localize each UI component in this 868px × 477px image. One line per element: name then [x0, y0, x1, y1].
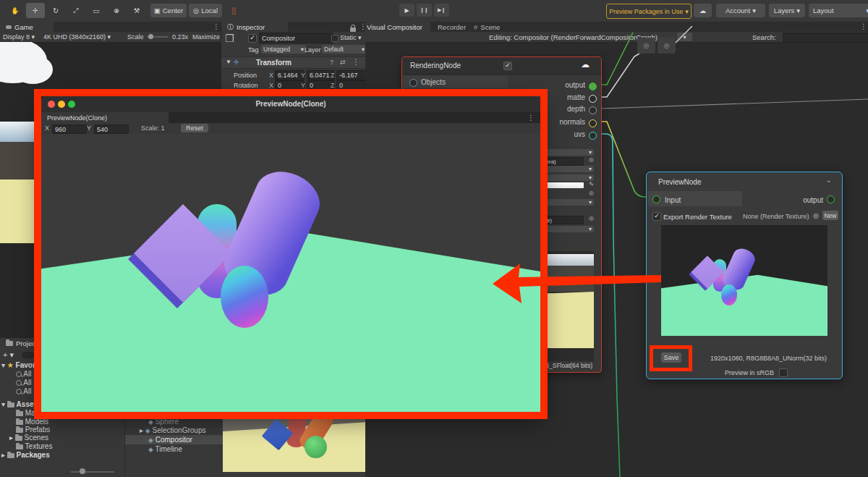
folder-icon: [16, 420, 23, 425]
texture-value[interactable]: None (Render Texture): [743, 213, 809, 220]
input-port[interactable]: [409, 79, 417, 87]
scale-label: Scale: [127, 33, 144, 41]
output-port[interactable]: [589, 95, 597, 103]
mini-sphere: [721, 284, 737, 305]
pivot-center-button[interactable]: ▣Center: [150, 4, 187, 17]
output-port[interactable]: [589, 106, 597, 114]
pivot-local-button[interactable]: ◎Local: [189, 4, 222, 17]
axis-y: Y: [301, 72, 305, 79]
main-toolbar: ✋ ✛ ↻ ⤢ ▭ ⊕ ⚒ ▣Center ◎Local ⣿ ▶ ❙❙ ▶❙ P…: [0, 0, 868, 22]
thumbnail-size-slider[interactable]: [71, 471, 114, 473]
node-enabled-checkbox[interactable]: ✓: [503, 62, 512, 70]
transform-header[interactable]: ▼ ✛ Transform ? ⇄ ⋮: [221, 56, 366, 69]
account-dropdown[interactable]: Account▾: [716, 4, 765, 17]
project-add-button[interactable]: + ▾: [3, 350, 14, 360]
chevron-down-icon: ▾: [752, 7, 756, 14]
game-thumbnail: [223, 414, 365, 472]
preset-icon[interactable]: ⇄: [340, 59, 346, 66]
display-dropdown[interactable]: Display 8 ▾: [3, 33, 35, 41]
move-tool-icon[interactable]: ✛: [26, 3, 45, 18]
hierarchy-item-timeline[interactable]: ◈ Timeline: [148, 445, 182, 453]
folder-icon: [7, 453, 14, 458]
eyedropper-icon[interactable]: ✎: [589, 181, 594, 187]
cloud-shape: [13, 55, 53, 84]
chevron-down-icon[interactable]: ⌄: [826, 176, 832, 184]
output-label: matte: [567, 93, 585, 101]
preview-packages-button[interactable]: Preview Packages in Use▾: [606, 4, 692, 19]
folder-icon: [16, 411, 23, 416]
chevron-down-icon: ▾: [685, 8, 689, 15]
transform-tool-icon[interactable]: ⊕: [107, 3, 126, 18]
axis-z: Z: [331, 82, 335, 89]
active-checkbox[interactable]: ✓: [248, 34, 257, 43]
game-menu-icon[interactable]: ⋮: [213, 22, 220, 30]
rect-tool-icon[interactable]: ▭: [87, 3, 106, 18]
snap-grid-icon[interactable]: ⣿: [226, 4, 242, 17]
output-port[interactable]: [589, 119, 597, 127]
thumbnail-size-knob[interactable]: [80, 468, 85, 474]
chevron-down-icon: ▾: [796, 7, 800, 14]
output-port[interactable]: [827, 195, 835, 203]
hierarchy-item-selectiongroups[interactable]: ▸ ◈ SelectionGroups: [140, 426, 205, 434]
export-label: Export Render Texture: [663, 213, 732, 221]
inspector-tabbar: ⓘInspector ⋮: [221, 22, 366, 32]
hierarchy-item-compositor[interactable]: ◈ Compositor: [148, 436, 192, 444]
object-picker-icon[interactable]: ◎: [813, 212, 819, 219]
position-label: Position: [234, 72, 257, 79]
hand-tool-icon[interactable]: ✋: [6, 3, 25, 18]
annotation-window-frame: [34, 89, 548, 419]
tree-folder-textures[interactable]: Textures: [16, 442, 52, 450]
rendering-node-titlebar[interactable]: RenderingNode ✓ ☁: [402, 57, 601, 75]
gamepad-icon: [6, 25, 12, 29]
output-label: output: [565, 81, 585, 89]
position-x-field[interactable]: 6.1464: [275, 70, 305, 80]
scale-value: 0.23x: [172, 33, 188, 41]
object-picker-icon[interactable]: ◎: [589, 190, 594, 196]
help-icon[interactable]: ?: [330, 59, 333, 66]
rotate-tool-icon[interactable]: ↻: [46, 3, 65, 18]
node-input-objects[interactable]: Objects: [404, 76, 508, 88]
export-checkbox[interactable]: ✓: [652, 212, 661, 221]
tab-inspector[interactable]: ⓘInspector: [221, 22, 288, 32]
tree-folder-prefabs[interactable]: Prefabs: [16, 426, 50, 434]
pause-button[interactable]: ❙❙: [417, 4, 432, 17]
project-search-input[interactable]: [22, 352, 35, 358]
output-port[interactable]: [589, 132, 597, 140]
thumb-green-sphere: [305, 436, 327, 458]
output-port[interactable]: [589, 83, 597, 90]
tree-folder-scenes[interactable]: ▸ Scenes: [9, 434, 48, 442]
srgb-label: Preview in sRGB: [725, 369, 774, 376]
step-button[interactable]: ▶❙: [434, 4, 449, 17]
object-name-field[interactable]: Compositor: [259, 33, 333, 43]
cloud-button[interactable]: ☁: [694, 4, 712, 17]
socket-box[interactable]: ◎: [637, 38, 655, 54]
custom-tools-icon[interactable]: ⚒: [127, 3, 146, 18]
input-port[interactable]: [652, 195, 660, 203]
input-row[interactable]: [648, 191, 742, 206]
tab-game[interactable]: Game: [0, 22, 54, 32]
scale-tool-icon[interactable]: ⤢: [67, 3, 85, 18]
layout-dropdown[interactable]: Layout▾: [809, 4, 868, 17]
gameobject-icon: ◈: [145, 427, 150, 434]
srgb-checkbox[interactable]: [779, 368, 788, 377]
position-z-field[interactable]: -6.167: [336, 70, 367, 80]
preview-node-title: PreviewNode: [658, 178, 701, 186]
static-checkbox[interactable]: [331, 35, 339, 42]
local-icon: ◎: [193, 7, 199, 14]
output-label: uvs: [574, 130, 585, 138]
lock-icon[interactable]: [350, 28, 356, 32]
transform-menu-icon[interactable]: ⋮: [352, 58, 359, 66]
layers-dropdown[interactable]: Layers▾: [769, 4, 805, 17]
folder-icon: [6, 341, 13, 346]
tree-packages[interactable]: ▸ Packages: [1, 451, 50, 459]
static-label[interactable]: Static ▾: [340, 34, 362, 41]
socket-box[interactable]: ◎: [658, 38, 676, 54]
scale-slider-knob[interactable]: [148, 34, 153, 39]
tag-dropdown[interactable]: Untagged▾: [261, 45, 306, 54]
object-picker-icon[interactable]: ◎: [589, 156, 594, 163]
resolution-dropdown[interactable]: 4K UHD (3840x2160) ▾: [43, 33, 111, 41]
object-picker-icon[interactable]: ◎: [589, 215, 594, 221]
play-button[interactable]: ▶: [399, 4, 414, 17]
new-texture-button[interactable]: New: [822, 211, 838, 220]
layer-dropdown[interactable]: Default▾: [322, 45, 367, 54]
